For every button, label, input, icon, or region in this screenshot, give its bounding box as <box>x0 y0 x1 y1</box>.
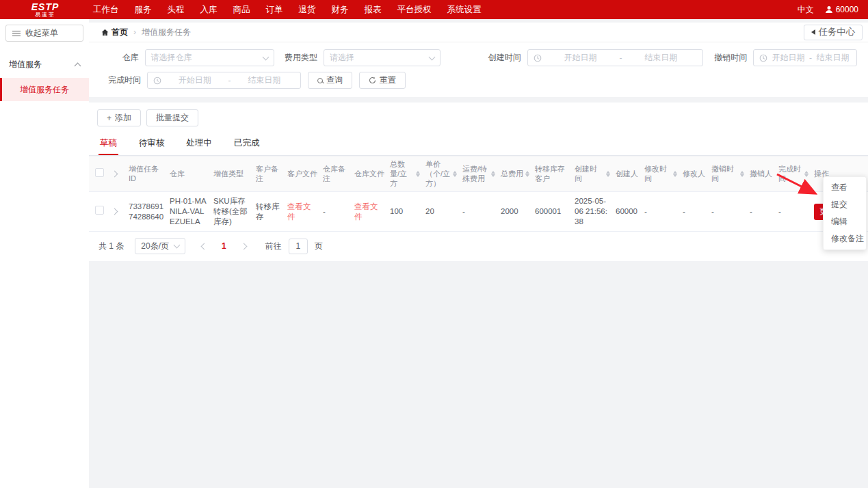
fee-type-select-placeholder: 请选择 <box>330 52 430 64</box>
cell-revoker: - <box>747 192 776 232</box>
expand-all-icon[interactable] <box>111 170 118 177</box>
warehouse-filter-label: 仓库 <box>100 52 139 64</box>
warehouse-select[interactable]: 请选择仓库 <box>145 49 275 66</box>
finish-time-range-input[interactable]: 开始日期 - 结束日期 <box>147 72 301 89</box>
language-switch[interactable]: 中文 <box>798 4 814 16</box>
user-menu[interactable]: 60000 <box>825 5 858 14</box>
tab-pending-review[interactable]: 待审核 <box>137 132 166 155</box>
nav-item-services[interactable]: 服务 <box>135 4 152 16</box>
col-revoker: 撤销人 <box>747 157 776 192</box>
next-page-button[interactable] <box>236 244 252 249</box>
start-date-placeholder: 开始日期 <box>164 74 226 86</box>
logo-text-main: ESTP <box>31 2 60 12</box>
start-date-placeholder: 开始日期 <box>544 52 617 64</box>
tab-draft[interactable]: 草稿 <box>98 132 118 155</box>
range-separator: - <box>228 76 231 85</box>
batch-submit-button[interactable]: 批量提交 <box>146 109 198 126</box>
col-revoke-time[interactable]: 撤销时间 <box>709 157 747 192</box>
task-center-button[interactable]: 任务中心 <box>804 25 863 40</box>
col-freight[interactable]: 运费/特殊费用 <box>460 157 498 192</box>
cell-qty: 100 <box>387 192 423 232</box>
col-modify-time[interactable]: 修改时间 <box>642 157 680 192</box>
fee-type-select[interactable]: 请选择 <box>324 49 440 66</box>
sidebar: 收起菜单 增值服务 增值服务任务 <box>0 19 89 488</box>
nav-item-platform-auth[interactable]: 平台授权 <box>397 4 432 16</box>
warehouse-file-link[interactable]: 查看文件 <box>354 202 378 221</box>
nav-item-reports[interactable]: 报表 <box>365 4 382 16</box>
col-transfer-customer: 转移库存客户 <box>532 157 572 192</box>
collapse-menu-button[interactable]: 收起菜单 <box>5 25 83 42</box>
cell-unit-price: 20 <box>423 192 460 232</box>
col-create-time[interactable]: 创建时间 <box>572 157 613 192</box>
col-modifier: 修改人 <box>680 157 709 192</box>
revoke-time-range-input[interactable]: 开始日期 - 结束日期 <box>753 49 857 66</box>
create-time-range-input[interactable]: 开始日期 - 结束日期 <box>527 49 703 66</box>
menu-item-view[interactable]: 查看 <box>824 179 866 196</box>
reset-button[interactable]: 重置 <box>359 72 406 89</box>
cell-finish-time: - <box>776 192 811 232</box>
nav-item-workbench[interactable]: 工作台 <box>93 4 119 16</box>
cell-customer-remark: 转移库存 <box>253 192 285 232</box>
nav-item-products[interactable]: 商品 <box>233 4 250 16</box>
cell-transfer-customer: 600001 <box>532 192 572 232</box>
task-center-label: 任务中心 <box>819 26 855 38</box>
goto-page-input[interactable] <box>289 239 308 254</box>
sort-icon <box>453 171 457 178</box>
create-time-filter-label: 创建时间 <box>488 52 521 64</box>
sidebar-item-label: 增值服务任务 <box>20 84 69 96</box>
main-area: 首页 › 增值服务任务 任务中心 仓库 请选择仓库 费用类型 请选择 <box>89 19 868 488</box>
collapse-menu-label: 收起菜单 <box>25 27 58 39</box>
nav-item-returns[interactable]: 退货 <box>299 4 316 16</box>
task-table: 增值任务ID 仓库 增值类型 客户备注 客户文件 仓库备注 仓库文件 总数量/立… <box>89 156 868 232</box>
reset-button-label: 重置 <box>380 74 396 86</box>
prev-page-button[interactable] <box>196 244 212 249</box>
sort-icon <box>673 171 677 178</box>
search-button[interactable]: 查询 <box>308 72 352 89</box>
hamburger-icon <box>12 31 21 36</box>
sort-icon <box>416 171 420 178</box>
nav-item-inbound[interactable]: 入库 <box>200 4 218 16</box>
col-finish-time[interactable]: 完成时间 <box>776 157 811 192</box>
col-warehouse-file: 仓库文件 <box>352 157 387 192</box>
filter-panel: 仓库 请选择仓库 费用类型 请选择 创建时间 开始日期 - 结束日期 撤销时间 <box>89 42 868 97</box>
breadcrumb-home[interactable]: 首页 <box>101 27 128 38</box>
home-icon <box>101 29 109 36</box>
cell-create-time: 2025-05-06 21:56:38 <box>572 192 613 232</box>
row-expand-icon[interactable] <box>111 208 118 215</box>
topbar-right: 中文 60000 <box>798 4 868 16</box>
chevron-right-icon <box>240 243 247 249</box>
clock-icon <box>759 54 767 62</box>
menu-item-edit[interactable]: 编辑 <box>824 213 866 230</box>
cell-task-id: 7337869174288640 <box>126 192 167 232</box>
row-checkbox[interactable] <box>95 206 104 215</box>
col-qty[interactable]: 总数量/立方 <box>387 157 423 192</box>
cell-total-fee: 2000 <box>498 192 532 232</box>
sort-icon <box>804 171 808 178</box>
menu-item-submit[interactable]: 提交 <box>824 196 866 213</box>
tab-completed[interactable]: 已完成 <box>233 132 261 155</box>
page-size-select[interactable]: 20条/页 <box>135 238 185 254</box>
cell-freight: - <box>460 192 498 232</box>
customer-file-link[interactable]: 查看文件 <box>287 202 311 221</box>
app-logo[interactable]: ESTP 易速菲 <box>0 1 90 18</box>
tab-processing[interactable]: 处理中 <box>185 132 214 155</box>
menu-item-edit-remark[interactable]: 修改备注 <box>824 230 866 247</box>
add-button-label: 添加 <box>115 112 131 124</box>
sidebar-group-label: 增值服务 <box>9 59 42 70</box>
select-all-checkbox[interactable] <box>95 168 104 177</box>
page-number-1[interactable]: 1 <box>216 241 232 251</box>
breadcrumb-bar: 首页 › 增值服务任务 任务中心 <box>89 23 868 42</box>
triangle-left-icon <box>811 29 815 35</box>
sidebar-item-value-added-tasks[interactable]: 增值服务任务 <box>0 78 89 101</box>
nav-item-system-settings[interactable]: 系统设置 <box>447 4 482 16</box>
nav-item-first-leg[interactable]: 头程 <box>168 4 185 16</box>
nav-item-orders[interactable]: 订单 <box>266 4 283 16</box>
col-unit-price[interactable]: 单价（个/立方） <box>423 157 460 192</box>
add-button[interactable]: + 添加 <box>97 109 141 126</box>
chevron-down-icon <box>174 242 181 249</box>
col-total-fee[interactable]: 总费用 <box>498 157 532 192</box>
goto-label: 前往 <box>265 241 282 252</box>
col-creator: 创建人 <box>613 157 642 192</box>
sidebar-group-value-added-services[interactable]: 增值服务 <box>0 51 89 78</box>
nav-item-finance[interactable]: 财务 <box>332 4 349 16</box>
